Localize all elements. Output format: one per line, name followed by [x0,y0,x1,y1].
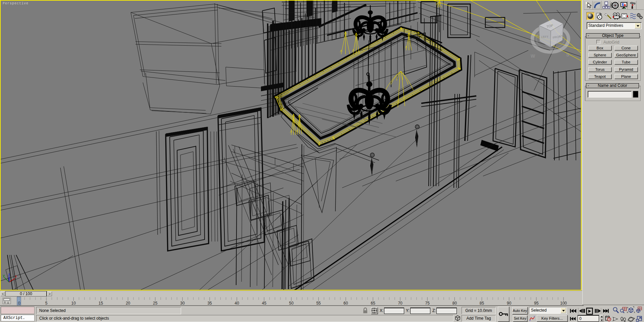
svg-text:100: 100 [560,301,567,306]
svg-text:75: 75 [425,301,430,306]
svg-text:15: 15 [99,301,103,306]
svg-text:S: S [566,52,569,57]
svg-text:x: x [15,274,17,278]
svg-text:LEFT: LEFT [541,35,549,39]
svg-text:5: 5 [45,301,48,306]
svg-text:90: 90 [507,301,512,306]
svg-text:30: 30 [180,301,185,306]
svg-text:80: 80 [452,301,457,306]
svg-text:20: 20 [126,301,130,306]
svg-text:55: 55 [316,301,321,306]
svg-text:25: 25 [153,301,158,306]
svg-text:35: 35 [207,301,212,306]
svg-text:95: 95 [534,301,539,306]
svg-text:40: 40 [235,301,239,306]
svg-text:70: 70 [398,301,402,306]
svg-text:65: 65 [371,301,375,306]
svg-text:85: 85 [480,301,484,306]
svg-text:0: 0 [18,301,20,306]
svg-text:10: 10 [71,301,76,306]
svg-text:z: z [8,273,10,277]
svg-text:y: y [3,274,5,278]
svg-text:W: W [531,53,535,59]
svg-text:50: 50 [289,301,294,306]
svg-text:60: 60 [343,301,348,306]
svg-text:45: 45 [262,301,267,306]
